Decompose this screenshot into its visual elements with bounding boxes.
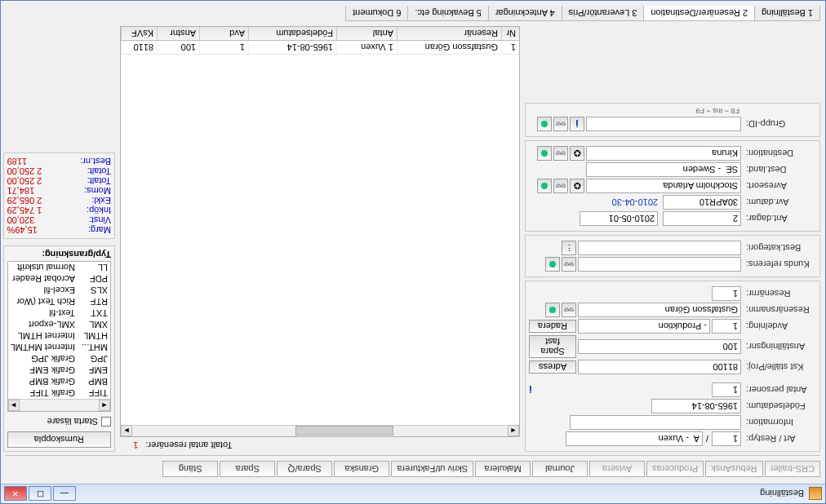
type-list-item[interactable]: RTFRich Text (Wor	[8, 296, 110, 307]
grupp-id-input[interactable]	[586, 117, 741, 131]
type-list-item[interactable]: XMLXML-export	[8, 319, 110, 330]
kunds-referens-binoculars-icon[interactable]: 👓	[562, 257, 576, 272]
col-resenar[interactable]: Resenär	[397, 27, 501, 40]
tab-bevakning[interactable]: 5 Bevakning etc.	[407, 6, 488, 21]
col-ksvf[interactable]: KsVF	[121, 27, 157, 40]
avr-datum-input[interactable]	[663, 195, 741, 210]
antal-personer-input[interactable]	[712, 382, 741, 397]
scroll-thumb[interactable]	[295, 427, 393, 436]
kststalle-input[interactable]	[578, 360, 741, 374]
skriv-ut-button[interactable]: Skriv ut/Fakturera	[391, 461, 473, 477]
lbl-antal-personer: Antal personer:	[741, 385, 816, 395]
lbl-avdelning: Avdelning:	[741, 321, 816, 331]
resenarnr-input[interactable]	[712, 286, 741, 301]
type-list-item[interactable]: TIFFGrafik TIFF	[8, 387, 110, 399]
tab-resenarer-destination[interactable]: 2 Resenärer/Destination	[643, 6, 755, 21]
traveller-grid: ◄ ► 1 Gustafsson Göran 1 Vuxen 1965-08-1…	[120, 26, 520, 437]
art-input[interactable]	[712, 431, 741, 446]
destination-input[interactable]	[586, 146, 741, 161]
titlebar: Beställning — ☐ ✕	[1, 484, 825, 503]
avreseort-go-icon[interactable]	[537, 179, 552, 193]
avreseort-globe-icon[interactable]: ✪	[570, 179, 584, 193]
col-nr[interactable]: Nr	[501, 27, 519, 40]
resenarnamn-input[interactable]	[578, 303, 741, 317]
grid-hscroll[interactable]: ◄ ►	[121, 425, 519, 436]
starta-lasare-label: Starta läsare	[47, 417, 98, 427]
resenarnamn-binoculars-icon[interactable]: 👓	[562, 303, 576, 317]
destination-globe-icon[interactable]: ✪	[570, 146, 584, 161]
radera-button[interactable]: Radera	[529, 320, 576, 333]
grupp-id-binoculars-icon[interactable]: 👓	[553, 117, 568, 131]
type-list-item[interactable]: TXTText-fil	[8, 307, 110, 319]
type-list-item[interactable]: EMFGrafik EMF	[8, 365, 110, 376]
col-antal[interactable]: Antal	[336, 27, 397, 40]
col-anstnr[interactable]: Anstnr	[157, 27, 199, 40]
info-icon[interactable]: i	[529, 384, 532, 396]
type-list-item[interactable]: HTMLInternet HTML	[8, 330, 110, 342]
avreseort-binoculars-icon[interactable]: 👓	[553, 179, 568, 193]
type-list-item[interactable]: BMPGrafik BMP	[8, 376, 110, 387]
lbl-art-restyp: Art / Restyp:	[741, 434, 816, 444]
summary-row: Totalt:2 250,00	[7, 166, 111, 176]
ant-dagar-date[interactable]	[580, 211, 658, 226]
spara-q-button[interactable]: Spara/Q	[277, 461, 332, 477]
summary-row: Moms:184,71	[7, 186, 111, 196]
type-list-item[interactable]: PDFAcrobat Reader	[8, 273, 110, 285]
information-input[interactable]	[570, 415, 741, 430]
table-row[interactable]: 1 Gustafsson Göran 1 Vuxen 1965-08-14 1 …	[121, 41, 519, 55]
best-kategori-input[interactable]	[578, 241, 741, 255]
destination-binoculars-icon[interactable]: 👓	[553, 146, 568, 161]
starta-lasare-checkbox[interactable]	[101, 417, 111, 427]
avdelning-txt-input[interactable]	[578, 319, 710, 334]
avisera-button[interactable]: Avisera	[589, 461, 645, 477]
maximize-button[interactable]: ☐	[29, 487, 51, 502]
grupp-id-go-icon[interactable]	[537, 117, 552, 131]
type-list-item[interactable]: MHT...Internet MHTML	[8, 342, 110, 353]
avdelning-nr-input[interactable]	[712, 319, 741, 334]
avreseort-input[interactable]	[586, 179, 741, 193]
best-kategori-dropdown-icon[interactable]: ⋮	[562, 241, 576, 255]
scroll-right-icon[interactable]: ►	[121, 426, 132, 437]
restyp-input[interactable]	[566, 431, 703, 446]
resenarnamn-go-icon[interactable]	[545, 303, 560, 317]
kunds-referens-input[interactable]	[578, 257, 741, 272]
type-list[interactable]: ◄ ► TIFFGrafik TIFFBMPGrafik BMPEMFGrafi…	[7, 261, 111, 412]
traveller-panel: Art / Restyp: / Information: Födelsedatu…	[525, 281, 820, 452]
kunds-referens-go-icon[interactable]	[545, 257, 560, 272]
rumskoppla-button[interactable]: Rumskoppla	[7, 431, 111, 448]
dest-land-input[interactable]	[586, 162, 741, 177]
close-button[interactable]: ✕	[4, 487, 27, 502]
lbl-kunds-referens: Kunds referens:	[741, 259, 816, 269]
fodelsedatum-input[interactable]	[651, 399, 741, 413]
scroll-left-icon[interactable]: ◄	[508, 426, 519, 437]
grupp-id-info-icon[interactable]: i	[570, 117, 584, 131]
journal-button[interactable]: Journal	[532, 461, 588, 477]
ant-dagar-input[interactable]	[663, 211, 741, 226]
tab-bestallning[interactable]: 1 Beställning	[754, 6, 820, 21]
window-frame: Beställning — ☐ ✕ CRS-trailer RebusAnsk …	[0, 0, 826, 504]
produceras-button[interactable]: Produceras	[646, 461, 704, 477]
rebusansk-button[interactable]: RebusAnsk	[705, 461, 762, 477]
type-scroll-left-icon[interactable]: ◄	[99, 400, 110, 411]
crs-trailer-button[interactable]: CRS-trailer	[765, 461, 820, 477]
adress-button[interactable]: Adress	[529, 360, 576, 374]
type-list-item[interactable]: LLNormal utskrift	[8, 262, 110, 273]
tab-leverantor-pris[interactable]: 3 Leverantör/Pris	[562, 6, 645, 21]
makulera-button[interactable]: Makulera	[475, 461, 531, 477]
anstallningsnr-input[interactable]	[578, 339, 741, 354]
tab-anteckningar[interactable]: 4 Anteckningar	[488, 6, 562, 21]
col-avd[interactable]: Avd	[199, 27, 248, 40]
destination-go-icon[interactable]	[537, 146, 552, 161]
type-list-item[interactable]: XLSExcel-fil	[8, 285, 110, 296]
type-scroll-right-icon[interactable]: ►	[8, 400, 20, 411]
spara-fast-button[interactable]: Spara fast	[529, 335, 576, 358]
tab-dokument[interactable]: 6 Dokument	[345, 6, 408, 21]
stang-button[interactable]: Stäng	[162, 461, 218, 477]
col-fodelsedatum[interactable]: Födelsedatum	[248, 27, 336, 40]
mid-header: Totalt antal resenärer: 1	[120, 439, 520, 452]
type-list-item[interactable]: JPGGrafik JPG	[8, 353, 110, 365]
lbl-kststalle: Kst ställe/Proj:	[741, 362, 816, 372]
minimize-button[interactable]: —	[53, 487, 76, 502]
spara-button[interactable]: Spara	[220, 461, 275, 477]
granska-button[interactable]: Granska	[334, 461, 389, 477]
